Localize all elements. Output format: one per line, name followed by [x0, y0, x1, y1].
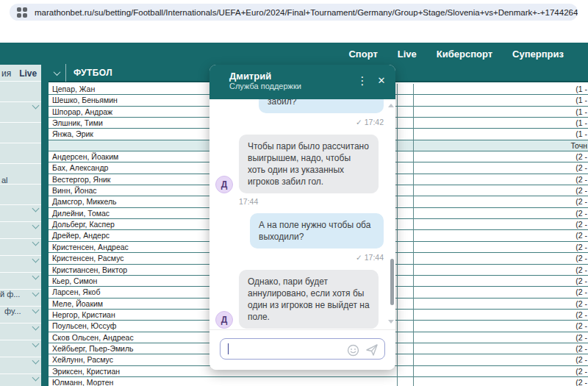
chat-message-incoming-row: ДЧтобы пари было рассчитано выигрышем, н… — [215, 135, 384, 193]
chevron-down-icon[interactable] — [32, 273, 40, 280]
send-icon[interactable] — [365, 343, 379, 357]
chat-message-incoming: Чтобы пари было рассчитано выигрышем, на… — [239, 135, 379, 193]
close-icon[interactable]: ✕ — [374, 72, 389, 90]
odds-cell: (1 - — [576, 129, 587, 139]
message-time: 17:42 — [365, 118, 384, 126]
sidebar-tab-line[interactable]: ия — [1, 68, 11, 79]
player-name: Цепар, Жан — [52, 85, 95, 94]
column-divider — [413, 84, 414, 386]
odds-cell: (2 - — [576, 310, 587, 320]
sidebar-tabs: ия Live — [0, 66, 41, 81]
player-name: Кьер, Симон — [52, 276, 97, 286]
left-sidebar: ия Live alй ф...фу... — [0, 65, 41, 386]
nav-item-cybersport[interactable]: Киберспорт — [437, 49, 492, 60]
player-row[interactable]: Юлманн, Мортен(2 - — [49, 377, 588, 386]
chat-message-outgoing: забил? — [259, 99, 384, 113]
chevron-down-icon[interactable] — [32, 256, 40, 263]
scrollbar-thumb[interactable] — [390, 259, 394, 305]
scroll-up-icon[interactable] — [388, 104, 394, 107]
chevron-down-icon[interactable] — [32, 357, 40, 365]
chat-message-outgoing: А на поле нужно чтобы оба выходили? — [250, 213, 384, 249]
odds-cell: (1 - — [576, 107, 587, 117]
chevron-down-icon[interactable] — [32, 340, 40, 348]
chevron-down-icon[interactable] — [32, 222, 40, 229]
chevron-down-icon[interactable] — [32, 205, 40, 212]
chat-message-incoming-row: ДОднако, пари будет аннулировано, если х… — [215, 270, 384, 329]
odds-cell: (2 - — [576, 220, 587, 229]
player-name: Ларсен, Якоб — [52, 287, 100, 297]
sidebar-item-label-fragment[interactable]: й ф... — [0, 290, 20, 299]
player-name: Эриксен, Кристиан — [52, 367, 120, 376]
browser-bar: marathonbet.ru/su/betting/Football/Inter… — [0, 0, 588, 24]
odds-cell: (2 - — [576, 152, 587, 162]
player-name: Винн, Йонас — [52, 186, 97, 196]
url-text: marathonbet.ru/su/betting/Football/Inter… — [35, 8, 578, 17]
player-name: Элшник, Тими — [52, 118, 103, 128]
chevron-down-icon[interactable] — [32, 307, 40, 314]
odds-cell: (2 - — [576, 321, 587, 331]
chat-input-area — [209, 329, 395, 370]
odds-cell: (2 - — [576, 333, 587, 343]
player-name: Кристенсен, Андреас — [52, 243, 129, 252]
chat-subtitle: Служба поддержки — [229, 82, 395, 91]
odds-cell: (2 - — [576, 254, 587, 263]
player-name: Юлманн, Мортен — [52, 378, 113, 386]
address-bar[interactable]: marathonbet.ru/su/betting/Football/Inter… — [10, 4, 578, 21]
odds-cell: (2 - — [576, 163, 587, 173]
chevron-down-icon[interactable] — [32, 239, 40, 246]
player-name: Шпорар, Андраж — [52, 107, 112, 117]
player-name: Дамсгор, Миккель — [52, 197, 117, 207]
odds-cell: (2 - — [576, 209, 587, 218]
odds-cell: (2 - — [576, 231, 587, 240]
chevron-down-icon[interactable] — [32, 324, 40, 331]
odds-cell: (1 - — [576, 118, 587, 128]
odds-cell: (2 - — [576, 355, 587, 365]
player-name: Кристиансен, Виктор — [52, 265, 127, 275]
sidebar-divider-strip — [41, 65, 49, 386]
player-name: Поульсен, Юссуф — [52, 321, 117, 331]
player-name: Кристенсен, Расмус — [52, 254, 124, 263]
kebab-menu-icon[interactable]: ⋮ — [356, 72, 368, 90]
chevron-down-icon — [54, 68, 61, 76]
support-chat-dialog: Дмитрий Служба поддержки ⋮ ✕ забил?✓17:4… — [209, 65, 395, 370]
sidebar-row-divider — [0, 143, 41, 143]
odds-cell: (2 - — [576, 175, 587, 185]
player-name: Нергор, Кристиан — [52, 310, 115, 320]
sidebar-item-label-fragment[interactable]: фу... — [4, 307, 21, 315]
nav-item-sport[interactable]: Спорт — [348, 49, 377, 60]
odds-cell: Точн — [571, 141, 587, 151]
sidebar-row-divider — [0, 163, 41, 164]
odds-cell: (2 - — [576, 276, 587, 286]
odds-cell: (2 - — [576, 344, 587, 354]
site-settings-icon[interactable] — [17, 7, 27, 18]
message-input[interactable] — [220, 338, 385, 360]
read-check-icon: ✓ — [356, 253, 362, 262]
nav-item-live[interactable]: Live — [398, 49, 417, 60]
player-name: Дрейер, Андерс — [52, 231, 110, 240]
scroll-down-icon[interactable] — [388, 320, 394, 324]
chevron-down-icon[interactable] — [32, 102, 40, 110]
chat-agent-name: Дмитрий — [229, 71, 395, 82]
odds-cell: (2 - — [576, 378, 587, 386]
collapse-section-button[interactable] — [49, 64, 66, 82]
chevron-down-icon[interactable] — [32, 290, 40, 297]
chevron-down-icon[interactable] — [32, 374, 40, 382]
player-name: Дилейни, Томас — [52, 209, 110, 218]
sidebar-item-label-fragment[interactable]: al — [1, 176, 8, 185]
message-status: ✓17:44 — [356, 253, 384, 262]
player-name: Дольберг, Каспер — [52, 220, 115, 229]
player-name: Янжа, Эрик — [52, 129, 93, 139]
player-name: Бах, Александр — [52, 163, 108, 173]
nav-item-superprize[interactable]: Суперприз — [512, 49, 564, 60]
sidebar-row-divider — [0, 81, 41, 82]
text-cursor — [228, 343, 229, 354]
message-status: ✓17:42 — [356, 118, 384, 126]
sidebar-tab-live[interactable]: Live — [19, 68, 37, 79]
table-header-title: ФУТБОЛ — [74, 68, 112, 78]
column-divider — [397, 84, 398, 386]
read-check-icon: ✓ — [356, 118, 362, 126]
chat-messages: забил?✓17:42ДЧтобы пари было рассчитано … — [209, 99, 395, 329]
chat-header: Дмитрий Служба поддержки ⋮ ✕ — [209, 65, 395, 99]
emoji-icon[interactable] — [347, 344, 359, 357]
odds-cell: (2 - — [576, 265, 587, 275]
